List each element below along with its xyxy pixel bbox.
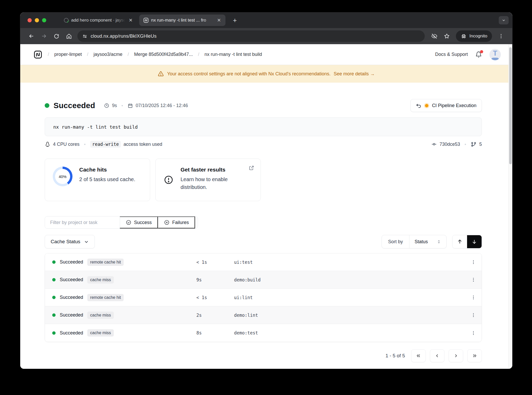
ci-pipeline-execution-button[interactable]: CI Pipeline Execution (410, 99, 482, 112)
sort-ascending-button[interactable] (453, 235, 467, 248)
breadcrumb-repo[interactable]: jaysoo3/acme (94, 52, 122, 57)
faster-card-subtitle: Learn how to enable distribution. (181, 175, 232, 191)
new-tab-button[interactable]: + (230, 16, 240, 25)
row-duration: 9s (196, 277, 234, 282)
minimize-window-button[interactable] (35, 18, 39, 22)
chevron-down-icon (84, 239, 89, 244)
header-actions: Docs & Support T (435, 49, 501, 60)
breadcrumb-org[interactable]: proper-limpet (54, 52, 82, 57)
breadcrumb-separator: / (87, 52, 88, 57)
docs-support-link[interactable]: Docs & Support (435, 52, 468, 57)
breadcrumb-separator: / (198, 52, 199, 57)
table-row[interactable]: Succeeded remote cache hit < 1s ui:lint (45, 289, 482, 306)
tab-favicon-check-icon: ✓ (63, 17, 69, 23)
avatar-letter: T (489, 49, 501, 57)
filter-input[interactable] (45, 216, 120, 228)
row-menu-kebab-icon[interactable] (465, 295, 482, 300)
browser-window: ✓ add hero component · jaysoo ✕ nx run-m… (20, 12, 512, 369)
branch-count[interactable]: 5 (479, 142, 482, 147)
meta-row: 4 CPU cores read-write access token used… (45, 141, 482, 148)
breadcrumb-merge[interactable]: Merge 85d500f42d5a9b47... (134, 52, 193, 57)
url-bar[interactable]: cloud.nx.app/runs/BkIXGHleUs (77, 30, 425, 42)
home-icon[interactable] (63, 31, 74, 42)
sort-row: Cache Status Sort by Status (45, 235, 482, 248)
breadcrumb: / proper-limpet / jaysoo3/acme / Merge 8… (33, 50, 262, 59)
tab-close-icon[interactable]: ✕ (127, 17, 134, 24)
last-page-button[interactable] (467, 349, 482, 362)
row-menu-kebab-icon[interactable] (465, 312, 482, 318)
row-menu-kebab-icon[interactable] (465, 259, 482, 265)
maximize-window-button[interactable] (42, 18, 46, 22)
x-circle-icon (164, 220, 170, 225)
row-menu-kebab-icon[interactable] (465, 330, 482, 336)
tab-github-pr[interactable]: ✓ add hero component · jaysoo ✕ (60, 15, 137, 26)
command-box: nx run-many -t lint test build (45, 117, 482, 136)
cache-status-label: Cache Status (51, 239, 80, 245)
cache-donut-chart: 40% (53, 167, 72, 186)
first-page-button[interactable] (411, 349, 426, 362)
sort-field-value: Status (415, 239, 428, 245)
success-filter-button[interactable]: Success (120, 216, 158, 228)
sort-field-select[interactable]: Status (409, 235, 446, 248)
breadcrumb-run[interactable]: nx run-many -t lint test build (204, 52, 262, 57)
row-duration: < 1s (196, 295, 234, 300)
table-row[interactable]: Succeeded cache miss 2s demo:lint (45, 306, 482, 324)
forward-icon[interactable] (38, 31, 49, 42)
banner-details-link[interactable]: See more details → (334, 71, 375, 77)
cache-hits-card: 40% Cache hits 2 of 5 tasks used cache. (45, 159, 150, 201)
reload-icon[interactable] (51, 31, 62, 42)
tab-strip: ✓ add hero component · jaysoo ✕ nx run-m… (20, 12, 512, 28)
tab-close-icon[interactable]: ✕ (216, 17, 222, 24)
row-status: Succeeded (60, 259, 83, 265)
previous-page-button[interactable] (430, 349, 444, 362)
bookmark-star-icon[interactable] (441, 31, 452, 42)
table-row[interactable]: Succeeded cache miss 8s demo:test (45, 324, 482, 342)
nx-cloud-page: / proper-limpet / jaysoo3/acme / Merge 8… (20, 44, 512, 369)
dot-separator (84, 144, 85, 145)
faster-card-title: Get faster results (181, 167, 232, 173)
row-menu-kebab-icon[interactable] (465, 277, 482, 282)
tab-nx-run[interactable]: nx run-many -t lint test ... fro ✕ (139, 15, 225, 26)
site-settings-icon[interactable] (82, 34, 88, 39)
notifications-bell-icon[interactable] (475, 51, 482, 58)
next-page-button[interactable] (449, 349, 463, 362)
cache-status-badge: cache miss (87, 312, 114, 319)
row-status: Succeeded (60, 277, 83, 282)
row-duration: < 1s (196, 260, 234, 265)
failures-filter-button[interactable]: Failures (158, 216, 195, 228)
nx-logo-icon[interactable] (33, 50, 43, 59)
tab-search-chevron-icon[interactable] (499, 16, 509, 24)
commit-sha[interactable]: 730dce53 (440, 142, 460, 147)
table-row[interactable]: Succeeded cache miss 9s demo:build (45, 271, 482, 289)
close-window-button[interactable] (28, 18, 32, 22)
eye-off-icon[interactable] (429, 31, 440, 42)
url-text[interactable]: cloud.nx.app/runs/BkIXGHleUs (91, 34, 157, 39)
row-success-dot (52, 331, 56, 335)
faster-results-card[interactable]: Get faster results Learn how to enable d… (155, 159, 261, 201)
sort-by-label: Sort by (382, 235, 409, 248)
breadcrumb-separator: / (128, 52, 129, 57)
cache-card-subtitle: 2 of 5 tasks used cache. (79, 175, 135, 183)
browser-menu-kebab-icon[interactable] (496, 31, 507, 42)
sort-descending-button[interactable] (467, 235, 482, 248)
row-status: Succeeded (60, 330, 83, 336)
external-link-icon[interactable] (249, 165, 254, 171)
row-task: ui:test (234, 260, 465, 265)
run-timerange: 07/10/2025 12:46 - 12:46 (136, 103, 188, 108)
page-scrollbar[interactable] (508, 44, 512, 369)
row-success-dot (52, 278, 56, 281)
calendar-icon (128, 103, 133, 108)
pagination-label: 1 - 5 of 5 (385, 353, 405, 359)
banner-text: Your access control settings are not ali… (167, 71, 330, 77)
run-status: Succeeded (54, 101, 95, 110)
avatar[interactable]: T (489, 49, 501, 60)
tab-title: add hero component · jaysoo (71, 18, 125, 23)
dot-separator (122, 105, 123, 106)
back-icon[interactable] (26, 31, 37, 42)
row-success-dot (52, 296, 56, 299)
row-duration: 2s (196, 313, 234, 318)
table-row[interactable]: Succeeded remote cache hit < 1s ui:test (45, 253, 482, 271)
scrollbar-thumb[interactable] (509, 47, 512, 164)
pending-amber-dot (425, 104, 428, 107)
cache-status-dropdown[interactable]: Cache Status (45, 235, 95, 248)
